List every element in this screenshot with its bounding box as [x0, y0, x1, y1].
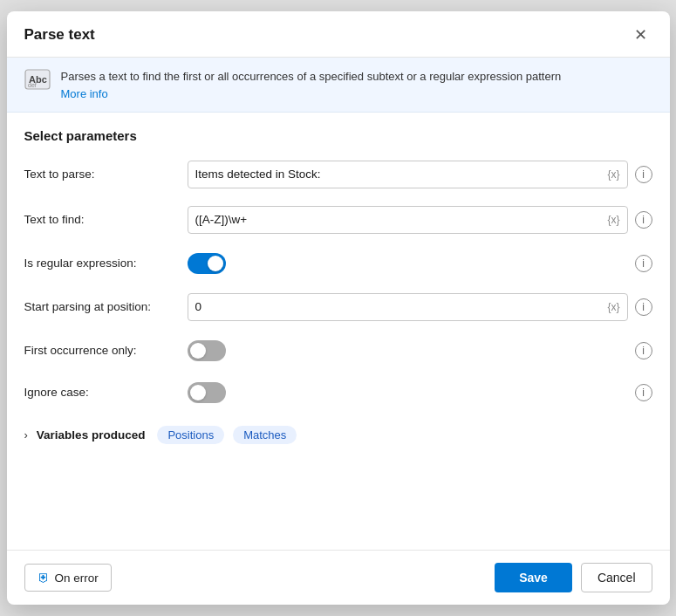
- text-to-find-input[interactable]: [195, 213, 604, 226]
- text-to-parse-info-icon[interactable]: i: [635, 166, 652, 183]
- var-badge-text-to-parse: {x}: [607, 168, 619, 181]
- var-badge-start-parsing-at: {x}: [607, 301, 619, 313]
- text-to-parse-label: Text to parse:: [24, 168, 177, 181]
- first-occurrence-only-control: i: [188, 340, 652, 361]
- first-occurrence-only-label: First occurrence only:: [24, 344, 177, 357]
- dialog-title: Parse text: [24, 26, 95, 44]
- text-to-find-input-wrapper: {x}: [188, 206, 628, 234]
- param-row-first-occurrence-only: First occurrence only: i: [24, 330, 652, 372]
- ignore-case-thumb: [190, 385, 206, 400]
- more-info-link[interactable]: More info: [61, 87, 108, 100]
- text-to-parse-input[interactable]: [195, 168, 604, 181]
- start-parsing-at-input-wrapper: {x}: [188, 293, 628, 321]
- ignore-case-control: i: [188, 382, 652, 403]
- start-parsing-at-input[interactable]: [195, 300, 604, 313]
- variables-produced-label: Variables produced: [37, 428, 146, 441]
- param-row-is-regular-expression: Is regular expression: i: [24, 243, 652, 284]
- cancel-button[interactable]: Cancel: [581, 563, 652, 592]
- variables-chevron-icon[interactable]: ›: [24, 428, 28, 441]
- param-row-ignore-case: Ignore case: i: [24, 372, 652, 414]
- save-button[interactable]: Save: [495, 563, 572, 592]
- banner-description: Parses a text to find the first or all o…: [61, 68, 562, 86]
- start-parsing-at-label: Start parsing at position:: [24, 300, 177, 313]
- param-row-text-to-find: Text to find: {x} i: [24, 197, 652, 243]
- is-regular-expression-info-icon[interactable]: i: [635, 255, 652, 272]
- text-to-find-info-icon[interactable]: i: [635, 211, 652, 229]
- first-occurrence-only-toggle[interactable]: [188, 340, 226, 361]
- text-to-parse-input-wrapper: {x}: [188, 161, 628, 188]
- close-button[interactable]: ✕: [629, 25, 652, 44]
- is-regular-expression-thumb: [208, 256, 223, 271]
- shield-icon: ⛨: [38, 571, 50, 585]
- ignore-case-track: [188, 382, 226, 403]
- param-row-text-to-parse: Text to parse: {x} i: [24, 152, 652, 197]
- first-occurrence-only-thumb: [190, 343, 206, 359]
- footer-right-buttons: Save Cancel: [495, 563, 652, 592]
- info-banner: Abc def Parses a text to find the first …: [7, 58, 670, 113]
- text-to-find-label: Text to find:: [24, 213, 177, 226]
- is-regular-expression-control: i: [188, 253, 652, 274]
- var-badge-text-to-find: {x}: [607, 214, 619, 226]
- positions-chip: Positions: [157, 426, 224, 444]
- banner-content: Parses a text to find the first or all o…: [61, 68, 562, 101]
- matches-chip: Matches: [233, 426, 297, 444]
- is-regular-expression-toggle[interactable]: [188, 253, 226, 274]
- first-occurrence-only-track: [188, 340, 226, 361]
- parameters-section: Text to parse: {x} i Text to find: {x}: [7, 152, 670, 414]
- on-error-button[interactable]: ⛨ On error: [24, 564, 112, 592]
- dialog-footer: ⛨ On error Save Cancel: [7, 550, 670, 605]
- start-parsing-at-info-icon[interactable]: i: [635, 298, 652, 316]
- svg-text:def: def: [28, 82, 37, 88]
- ignore-case-info-icon[interactable]: i: [635, 384, 652, 401]
- dialog-header: Parse text ✕: [7, 11, 670, 58]
- on-error-label: On error: [55, 572, 99, 585]
- parse-text-dialog: Parse text ✕ Abc def Parses a text to fi…: [7, 11, 670, 605]
- param-row-start-parsing-at: Start parsing at position: {x} i: [24, 284, 652, 330]
- start-parsing-at-control: {x} i: [188, 293, 652, 321]
- text-to-find-control: {x} i: [188, 206, 652, 234]
- section-title: Select parameters: [7, 113, 670, 152]
- ignore-case-label: Ignore case:: [24, 386, 177, 399]
- is-regular-expression-label: Is regular expression:: [24, 257, 177, 270]
- is-regular-expression-track: [188, 253, 226, 274]
- ignore-case-toggle[interactable]: [188, 382, 226, 403]
- first-occurrence-only-info-icon[interactable]: i: [635, 342, 652, 359]
- variables-produced-section: › Variables produced Positions Matches: [7, 414, 670, 453]
- text-to-parse-control: {x} i: [188, 161, 652, 188]
- abc-icon: Abc def: [24, 69, 51, 95]
